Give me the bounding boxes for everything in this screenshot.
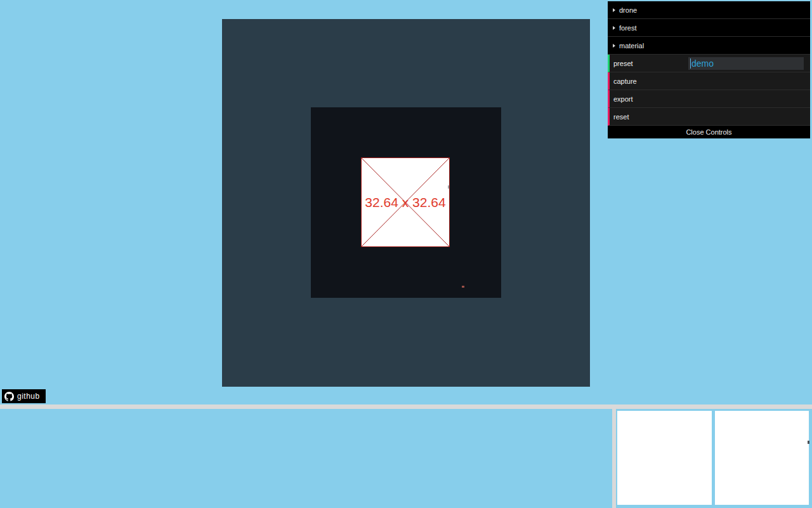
scene-object-dot	[462, 286, 464, 288]
folder-material[interactable]: material	[608, 37, 810, 55]
reset-label: reset	[613, 113, 629, 121]
github-label: github	[17, 392, 40, 401]
capture-label: capture	[613, 77, 637, 85]
preset-label: preset	[613, 60, 688, 67]
close-controls-button[interactable]: Close Controls	[608, 126, 810, 138]
render-target-area: 32.64 x 32.64	[311, 107, 501, 298]
texture-thumbnail-2	[715, 411, 809, 505]
github-octocat-icon	[4, 392, 14, 401]
text-caret	[690, 58, 691, 69]
texture-size-label: 32.64 x 32.64	[362, 158, 449, 246]
folder-label: forest	[619, 24, 637, 32]
render-viewport[interactable]: 32.64 x 32.64	[222, 19, 590, 387]
preset-input[interactable]	[688, 57, 804, 70]
export-label: export	[613, 95, 633, 103]
github-link[interactable]: github	[2, 389, 46, 403]
horizontal-divider	[0, 404, 812, 409]
chevron-right-icon	[613, 44, 615, 48]
bottom-canvas-panel	[0, 409, 608, 508]
texture-placeholder: 32.64 x 32.64	[361, 157, 450, 247]
preset-input-box	[688, 57, 804, 70]
folder-label: material	[619, 42, 644, 50]
vertical-divider	[612, 409, 616, 508]
controls-panel: drone forest material preset capture exp…	[608, 1, 810, 138]
reset-button[interactable]: reset	[608, 108, 810, 126]
preset-control-row: preset	[608, 55, 810, 72]
folder-forest[interactable]: forest	[608, 19, 810, 37]
capture-button[interactable]: capture	[608, 72, 810, 90]
folder-label: drone	[619, 6, 637, 14]
export-button[interactable]: export	[608, 90, 810, 108]
folder-drone[interactable]: drone	[608, 1, 810, 19]
render-artifact	[448, 185, 449, 189]
chevron-right-icon	[613, 8, 615, 12]
texture-thumbnail-1	[617, 411, 712, 505]
chevron-right-icon	[613, 26, 615, 30]
thumbnail-artifact	[808, 441, 809, 444]
